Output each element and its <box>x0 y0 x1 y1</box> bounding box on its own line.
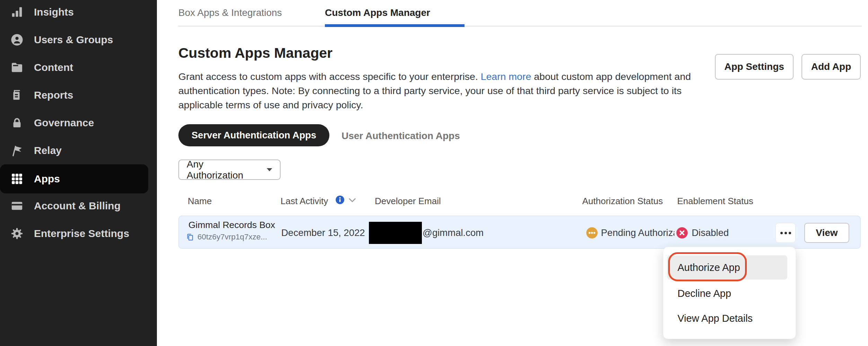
menu-item-decline-app[interactable]: Decline App <box>677 281 731 306</box>
enablement-status-text: Disabled <box>692 227 729 238</box>
app-settings-button[interactable]: App Settings <box>715 54 794 80</box>
sidebar-item-users-groups[interactable]: Users & Groups <box>0 26 157 54</box>
authorization-status-cell: Pending Authoriza <box>586 216 674 249</box>
tabbar-divider <box>178 26 862 27</box>
column-header-developer-email: Developer Email <box>375 196 441 207</box>
folder-icon <box>10 61 24 74</box>
page-description: Grant access to custom apps with access … <box>178 70 691 112</box>
tab-box-apps-integrations[interactable]: Box Apps & Integrations <box>178 7 282 18</box>
sidebar: Insights Users & Groups Content Reports <box>0 0 157 346</box>
row-actions-ellipsis-button[interactable] <box>776 223 796 243</box>
app-id-line: 60tz6y7vrp1q7xze... <box>186 233 267 242</box>
report-icon <box>10 89 24 102</box>
table-row: Gimmal Records Box 60tz6y7vrp1q7xze... D… <box>178 216 861 249</box>
enablement-status-cell: Disabled <box>676 216 729 249</box>
sidebar-item-governance[interactable]: Governance <box>0 109 157 137</box>
sidebar-item-apps[interactable]: Apps <box>0 164 148 193</box>
sidebar-item-relay[interactable]: Relay <box>0 137 157 164</box>
menu-item-authorize-app[interactable]: Authorize App <box>677 255 740 280</box>
ellipsis-dot <box>789 232 791 234</box>
column-header-name: Name <box>188 196 212 207</box>
sidebar-item-insights[interactable]: Insights <box>0 0 157 26</box>
grid-icon <box>10 172 24 185</box>
column-header-authorization-status: Authorization Status <box>582 196 663 207</box>
description-text: Grant access to custom apps with access … <box>178 71 481 82</box>
tab-server-authentication-apps[interactable]: Server Authentication Apps <box>178 124 329 146</box>
sidebar-item-label: Relay <box>34 145 62 156</box>
pending-status-icon <box>586 227 598 239</box>
sidebar-item-label: Governance <box>34 117 94 129</box>
ellipsis-dot <box>785 232 787 234</box>
sidebar-item-account-billing[interactable]: Account & Billing <box>0 192 157 220</box>
gear-icon <box>10 227 24 240</box>
add-app-button[interactable]: Add App <box>801 54 861 80</box>
tab-custom-apps-manager[interactable]: Custom Apps Manager <box>325 7 430 18</box>
view-button[interactable]: View <box>804 223 849 243</box>
dropdown-selected-value: Any Authorization <box>187 159 260 181</box>
sidebar-item-label: Insights <box>34 6 74 18</box>
redacted-email-box <box>369 222 422 244</box>
bar-chart-icon <box>10 6 24 19</box>
sidebar-item-enterprise-settings[interactable]: Enterprise Settings <box>0 220 157 247</box>
row-actions-menu: Authorize App Decline App View App Detai… <box>663 247 796 339</box>
flag-icon <box>10 144 24 157</box>
lock-icon <box>10 116 24 129</box>
admin-console: Insights Users & Groups Content Reports <box>0 0 868 346</box>
credit-card-icon <box>10 199 24 212</box>
menu-item-view-app-details[interactable]: View App Details <box>677 306 753 330</box>
column-header-last-activity[interactable]: Last Activity <box>281 196 328 207</box>
sidebar-item-label: Reports <box>34 89 73 101</box>
authorization-filter-dropdown[interactable]: Any Authorization <box>178 160 281 180</box>
sidebar-item-content[interactable]: Content <box>0 54 157 81</box>
authorization-status-text: Pending Authoriza <box>601 227 674 238</box>
last-activity-cell: December 15, 2022 <box>281 216 365 249</box>
sort-chevron-down-icon[interactable] <box>348 198 356 203</box>
app-id: 60tz6y7vrp1q7xze... <box>197 233 267 242</box>
chevron-down-icon <box>267 168 272 171</box>
disabled-status-icon <box>676 227 688 239</box>
learn-more-link[interactable]: Learn more <box>481 71 531 82</box>
sidebar-item-label: Enterprise Settings <box>34 228 129 239</box>
users-icon <box>10 33 24 46</box>
column-header-enablement-status: Enablement Status <box>677 196 753 207</box>
developer-email-cell: @gimmal.com <box>423 216 484 249</box>
sidebar-item-label: Content <box>34 62 73 73</box>
app-name: Gimmal Records Box <box>188 220 275 230</box>
sidebar-item-label: Users & Groups <box>34 34 113 46</box>
ellipsis-dot <box>780 232 783 234</box>
page-title: Custom Apps Manager <box>178 45 333 61</box>
tab-user-authentication-apps[interactable]: User Authentication Apps <box>342 130 460 142</box>
active-tab-underline <box>325 24 464 27</box>
info-icon[interactable] <box>335 195 345 204</box>
copy-icon[interactable] <box>186 233 194 242</box>
sidebar-item-label: Account & Billing <box>34 200 121 212</box>
sidebar-item-label: Apps <box>34 173 60 185</box>
sidebar-item-reports[interactable]: Reports <box>0 81 157 109</box>
